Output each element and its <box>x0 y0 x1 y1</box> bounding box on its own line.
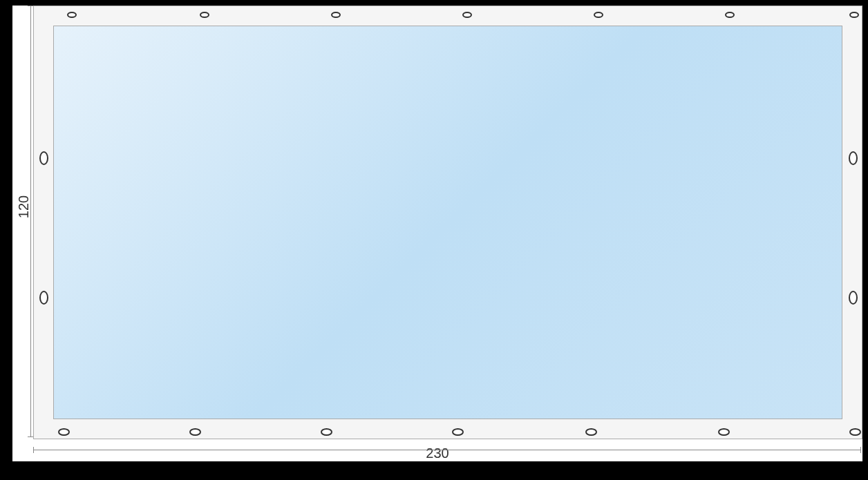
eyelet-icon <box>321 428 332 436</box>
eyelet-icon <box>200 12 209 18</box>
tarp-frame <box>33 6 862 439</box>
width-dimension-label: 230 <box>426 445 449 461</box>
eyelet-icon <box>189 428 201 436</box>
eyelet-icon <box>718 428 730 436</box>
height-dimension-line <box>30 6 31 437</box>
eyelet-icon <box>849 291 858 305</box>
eyelet-icon <box>39 291 48 305</box>
width-dimension-line <box>33 450 861 450</box>
eyelet-icon <box>331 12 341 18</box>
eyelet-icon <box>849 151 858 165</box>
eyelet-icon <box>849 428 861 436</box>
height-dimension-label: 120 <box>16 195 32 218</box>
eyelet-icon <box>594 12 603 18</box>
eyelet-icon <box>452 428 464 436</box>
eyelet-icon <box>462 12 472 18</box>
eyelet-icon <box>67 12 77 18</box>
eyelet-icon <box>849 12 859 18</box>
eyelet-icon <box>58 428 70 436</box>
eyelet-icon <box>585 428 597 436</box>
eyelet-icon <box>725 12 735 18</box>
tarp-surface <box>53 26 842 419</box>
diagram-container: 120 230 <box>12 6 862 461</box>
eyelet-icon <box>39 151 48 165</box>
